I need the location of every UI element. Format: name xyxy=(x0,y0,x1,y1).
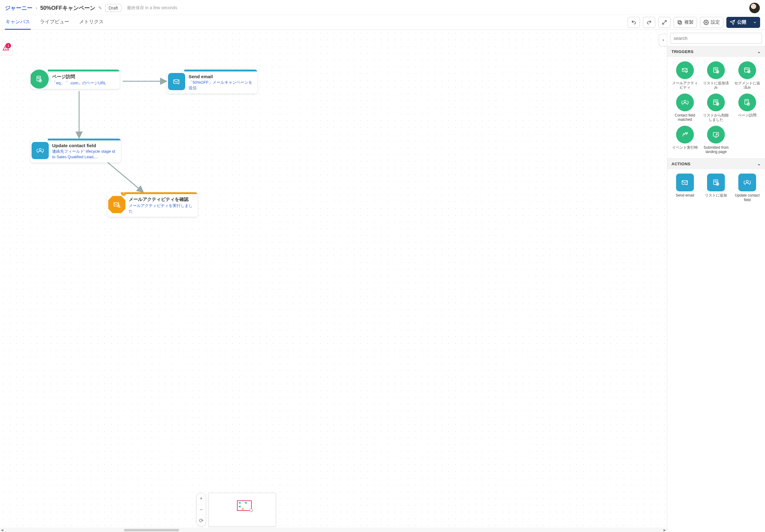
svg-rect-1 xyxy=(678,21,681,23)
chevron-down-icon: ⌄ xyxy=(757,49,761,54)
trigger-added-to-list[interactable]: リストに追加済み xyxy=(702,61,731,90)
node-desc: メールアクティビティを実行しました xyxy=(129,203,193,214)
send-email-icon xyxy=(681,178,689,187)
mail-check-icon xyxy=(113,200,121,209)
error-count: 1 xyxy=(6,43,11,48)
publish-dropdown[interactable] xyxy=(750,17,760,28)
last-saved-value: in a few seconds xyxy=(145,5,177,10)
chevron-down-icon: ⌄ xyxy=(757,162,761,166)
edit-title-icon[interactable]: ✎ xyxy=(98,6,102,10)
svg-point-51 xyxy=(746,180,748,183)
update-contact-icon xyxy=(36,146,44,155)
trigger-landing-page-submit[interactable]: Submitted from landing page xyxy=(702,126,731,154)
node-desc: 「eq」「 .com」のページURL xyxy=(52,80,115,86)
list-add-icon xyxy=(712,66,720,75)
contact-match-icon xyxy=(681,98,689,107)
zoom-in-button[interactable]: + xyxy=(197,493,206,504)
node-desc: 連絡先フィールド' lifecycle stage id to Sales Qu… xyxy=(52,149,117,160)
node-mail-activity-check[interactable]: ! メールアクティビティを確認 メールアクティビティを実行しました xyxy=(107,192,198,217)
trigger-removed-from-list[interactable]: リストから削除しました xyxy=(702,94,731,122)
toolbar: キャンバス ライブビュー メトリクス 複製 設定 xyxy=(0,15,765,30)
svg-line-17 xyxy=(120,207,121,208)
breadcrumb: ジャーニー › 50%OFFキャンペーン ✎ Draft 最終保存 in a f… xyxy=(5,4,177,12)
zoom-out-button[interactable]: − xyxy=(197,504,206,515)
trigger-added-to-segment[interactable]: セグメントに追済み xyxy=(732,61,762,90)
fullscreen-icon xyxy=(662,20,667,25)
tab-canvas[interactable]: キャンバス xyxy=(5,15,31,30)
chevron-right-icon xyxy=(661,38,665,42)
breadcrumb-root[interactable]: ジャーニー xyxy=(5,4,33,12)
node-update-contact-field[interactable]: Update contact field 連絡先フィールド' lifecycle… xyxy=(31,139,121,163)
redo-button[interactable] xyxy=(643,17,655,28)
action-label: Update contact field xyxy=(732,193,762,202)
publish-label: 公開 xyxy=(737,19,746,25)
settings-button[interactable]: 設定 xyxy=(700,17,723,28)
trigger-label: ページ訪問 xyxy=(738,113,756,118)
duplicate-icon xyxy=(677,20,682,25)
breadcrumb-separator: › xyxy=(36,5,37,11)
minimap-viewport[interactable] xyxy=(237,500,252,511)
avatar[interactable] xyxy=(749,2,760,14)
search-input[interactable] xyxy=(674,36,759,41)
journey-canvas[interactable]: 1 ページ訪問 xyxy=(0,30,667,532)
undo-button[interactable] xyxy=(628,17,640,28)
page-visit-icon xyxy=(35,75,44,83)
node-desc: 「50%OFF」メールキャンペーンを送信 xyxy=(189,80,253,91)
trigger-label: イベント実行時 xyxy=(672,145,698,150)
node-title: ページ訪問 xyxy=(52,74,115,80)
redo-icon xyxy=(646,20,652,25)
last-saved-prefix: 最終保存 xyxy=(127,5,144,10)
undo-icon xyxy=(631,20,636,25)
landing-page-icon xyxy=(712,130,720,139)
section-actions-header[interactable]: ACTIONS ⌄ xyxy=(667,159,765,169)
trigger-label: Submitted from landing page xyxy=(702,145,731,154)
svg-point-30 xyxy=(684,100,686,102)
update-contact-icon xyxy=(743,178,752,187)
zoom-reset-button[interactable]: ⟳ xyxy=(197,515,206,526)
svg-point-41 xyxy=(686,133,688,134)
section-triggers-title: TRIGGERS xyxy=(671,49,694,54)
gear-icon xyxy=(703,20,709,25)
action-send-email[interactable]: Send email xyxy=(670,174,700,202)
chevron-down-icon xyxy=(753,21,757,24)
page-visit-icon xyxy=(743,98,752,107)
action-add-to-list[interactable]: リストに追加 xyxy=(702,174,731,202)
action-label: Send email xyxy=(676,193,694,198)
action-label: リストに追加 xyxy=(705,193,727,198)
trigger-event-performed[interactable]: イベント実行時 xyxy=(670,126,700,154)
duplicate-button[interactable]: 複製 xyxy=(674,17,697,28)
minimap[interactable] xyxy=(209,493,276,526)
tab-live-view[interactable]: ライブビュー xyxy=(39,15,70,30)
palette-search[interactable] xyxy=(670,33,762,44)
tab-metrics[interactable]: メトリクス xyxy=(79,15,104,30)
trigger-mail-activity[interactable]: メールアクティビティ xyxy=(670,61,700,90)
scroll-right-icon[interactable]: ▶ xyxy=(663,528,667,532)
action-update-contact-field[interactable]: Update contact field xyxy=(732,174,762,202)
connectors xyxy=(0,30,667,532)
settings-label: 設定 xyxy=(711,19,720,25)
horizontal-scrollbar[interactable]: ◀ ▶ xyxy=(0,528,667,532)
section-triggers-header[interactable]: TRIGGERS ⌄ xyxy=(667,46,765,57)
drawer-toggle[interactable] xyxy=(659,34,667,46)
event-icon xyxy=(681,130,689,139)
trigger-label: リストから削除しました xyxy=(702,113,731,122)
tabs: キャンバス ライブビュー メトリクス xyxy=(5,15,104,30)
scrollbar-thumb[interactable] xyxy=(124,529,179,531)
trigger-page-visit[interactable]: ページ訪問 xyxy=(732,94,762,122)
duplicate-label: 複製 xyxy=(684,19,694,25)
publish-button[interactable]: 公開 xyxy=(726,17,750,28)
trigger-label: セグメントに追済み xyxy=(732,81,762,90)
palette-sidebar: TRIGGERS ⌄ メールアクティビティ リストに追加済み セグメントに追済み xyxy=(667,30,765,532)
svg-point-2 xyxy=(705,21,707,23)
trigger-label: メールアクティビティ xyxy=(670,81,700,90)
list-add-icon xyxy=(712,178,720,187)
section-actions-title: ACTIONS xyxy=(671,162,690,166)
fullscreen-button[interactable] xyxy=(658,17,671,28)
scroll-left-icon[interactable]: ◀ xyxy=(0,528,4,532)
trigger-contact-field-matched[interactable]: Contact field matched xyxy=(670,94,700,122)
node-page-visit[interactable]: ページ訪問 「eq」「 .com」のページURL xyxy=(31,70,120,89)
minimap-resize-handle[interactable] xyxy=(249,508,253,512)
svg-rect-18 xyxy=(682,68,687,72)
node-send-email[interactable]: Send email 「50%OFF」メールキャンペーンを送信 xyxy=(167,70,257,94)
error-flag[interactable]: 1 xyxy=(0,42,13,55)
